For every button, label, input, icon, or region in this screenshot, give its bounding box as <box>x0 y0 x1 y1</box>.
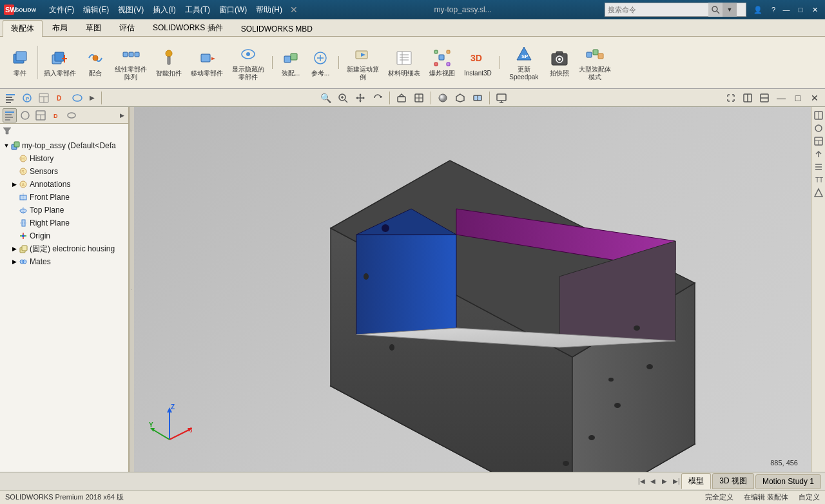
view-selector-btn[interactable] <box>394 90 409 106</box>
tab-sw-mbd[interactable]: SOLIDWORKS MBD <box>233 21 321 36</box>
feature-tree-btn[interactable] <box>3 108 17 122</box>
close-tab-button[interactable]: ✕ <box>290 5 298 15</box>
tab-evaluate[interactable]: 评估 <box>111 19 143 36</box>
tab-motion-study1[interactable]: Motion Study 1 <box>755 474 821 489</box>
minimize-button[interactable]: — <box>780 3 793 16</box>
more-panels-btn[interactable]: ▶ <box>86 92 98 104</box>
menu-tools[interactable]: 工具(T) <box>181 3 214 17</box>
zoom2-icon[interactable] <box>335 90 351 106</box>
ribbon-btn-mate[interactable]: 配合 <box>82 46 109 79</box>
right-icon-1[interactable] <box>813 110 824 121</box>
close-panel-btn[interactable]: ✕ <box>807 90 822 106</box>
right-icon-6[interactable]: TT <box>813 174 824 186</box>
orientation-btn[interactable] <box>411 90 427 106</box>
tab-sketch[interactable]: 草图 <box>77 19 110 36</box>
user-icon[interactable]: 👤 <box>752 3 764 16</box>
config-tree-btn[interactable] <box>34 108 48 122</box>
menu-file[interactable]: 文件(F) <box>45 3 78 17</box>
svg-text:P: P <box>26 96 30 102</box>
dim-xpert-btn[interactable]: D <box>53 90 68 106</box>
property-tree-btn[interactable] <box>18 108 32 122</box>
tree-item-right-plane[interactable]: ▶ Right Plane <box>0 217 128 229</box>
right-icon-7[interactable] <box>813 187 824 199</box>
help-icon[interactable]: ? <box>767 3 780 16</box>
ribbon-btn-motion[interactable]: 新建运动算例 <box>344 42 382 83</box>
tree-item-annotations[interactable]: ▶ A Annotations <box>0 178 128 191</box>
tree-item-history[interactable]: ▶ H History <box>0 152 128 165</box>
section-view-btn[interactable] <box>470 90 485 106</box>
maximize-button[interactable]: □ <box>794 3 807 16</box>
svg-text:D: D <box>57 95 61 102</box>
search-input[interactable] <box>605 6 708 14</box>
annotations-arrow[interactable]: ▶ <box>10 179 18 189</box>
ribbon-btn-explode[interactable]: 爆炸视图 <box>426 46 458 79</box>
tab-sw-plugins[interactable]: SOLIDWORKS 插件 <box>144 19 231 36</box>
ribbon-btn-snapshot[interactable]: 拍快照 <box>546 46 573 79</box>
tree-item-origin[interactable]: ▶ Origin <box>0 229 128 242</box>
3d-viewport[interactable]: Z X Y 885, 456 <box>134 107 811 472</box>
pan-icon[interactable] <box>353 90 368 106</box>
menu-help[interactable]: 帮助(H) <box>252 3 286 17</box>
panel-resize-handle[interactable] <box>129 107 134 472</box>
config-manager-btn[interactable] <box>36 90 52 106</box>
ribbon-btn-smart[interactable]: 智能扣件 <box>153 46 185 79</box>
ribbon-btn-bom[interactable]: 材料明细表 <box>385 46 423 79</box>
housing-arrow[interactable]: ▶ <box>10 244 18 254</box>
property-manager-btn[interactable]: P <box>19 90 35 106</box>
zoom-icon[interactable]: 🔍 <box>318 90 333 106</box>
ribbon-btn-speedpak[interactable]: SP 更新Speedpak <box>505 42 543 83</box>
tree-root-item[interactable]: ▼ my-top_assy (Default<Defa <box>0 139 128 152</box>
tab-scroll-left-btn[interactable]: |◀ <box>636 476 646 487</box>
menu-insert[interactable]: 插入(I) <box>149 3 179 17</box>
right-icon-3[interactable] <box>813 135 824 147</box>
split-view-btn[interactable] <box>740 90 755 106</box>
search-dropdown-button[interactable]: ▼ <box>723 3 737 17</box>
menu-edit[interactable]: 编辑(E) <box>79 3 113 17</box>
monitor-btn[interactable] <box>494 90 509 106</box>
tab-scroll-prev-btn[interactable]: ◀ <box>648 476 658 487</box>
ribbon-btn-ref[interactable]: 参考... <box>307 46 334 79</box>
customize-status[interactable]: 自定义 <box>799 492 820 502</box>
feature-manager-btn[interactable] <box>3 90 18 106</box>
tab-assembly[interactable]: 装配体 <box>3 20 43 37</box>
tree-item-top-plane[interactable]: ▶ Top Plane <box>0 204 128 217</box>
ribbon-btn-instant3d[interactable]: 3D Instant3D <box>461 46 495 79</box>
tab-layout[interactable]: 布局 <box>44 19 76 36</box>
menu-view[interactable]: 视图(V) <box>114 3 148 17</box>
display-manager-btn[interactable] <box>70 90 85 106</box>
tree-item-electronic-housing[interactable]: ▶ (固定) electronic housing <box>0 242 128 255</box>
tab-scroll-next-btn[interactable]: ▶ <box>659 476 670 487</box>
more-options-btn[interactable]: ▶ <box>119 111 126 120</box>
panel-view-btn[interactable] <box>757 90 772 106</box>
ribbon-btn-show[interactable]: 显示隐藏的零部件 <box>229 42 267 83</box>
root-expand-arrow[interactable]: ▼ <box>3 141 10 151</box>
display-mode-btn[interactable] <box>452 90 468 106</box>
tab-3dview[interactable]: 3D 视图 <box>712 473 754 489</box>
right-icon-4[interactable] <box>813 148 824 160</box>
tree-item-sensors[interactable]: ▶ S Sensors <box>0 165 128 178</box>
mates-arrow[interactable]: ▶ <box>10 257 18 267</box>
menu-window[interactable]: 窗口(W) <box>215 3 251 17</box>
display-tree-btn[interactable] <box>64 108 79 122</box>
ribbon-btn-insert[interactable]: 插入零部件 <box>41 46 79 79</box>
tab-model[interactable]: 模型 <box>681 473 711 489</box>
shading-btn[interactable] <box>435 90 451 106</box>
ribbon-btn-move[interactable]: 移动零部件 <box>188 46 226 79</box>
rotate-icon[interactable] <box>370 90 385 106</box>
close-button[interactable]: ✕ <box>808 3 821 16</box>
right-icon-5[interactable] <box>813 161 824 173</box>
tree-item-front-plane[interactable]: ▶ Front Plane <box>0 191 128 204</box>
ribbon-btn-large-asm[interactable]: 大型装配体模式 <box>576 42 614 83</box>
right-icon-2[interactable] <box>813 122 824 134</box>
ribbon-btn-asm[interactable]: 装配... <box>277 46 304 79</box>
ribbon-btn-part[interactable]: 零件 <box>6 46 34 79</box>
tree-item-mates[interactable]: ▶ Mates <box>0 255 128 268</box>
full-screen-btn[interactable] <box>723 90 739 106</box>
dim-xpert-tree-btn[interactable]: D <box>49 108 63 122</box>
restore-panel-btn[interactable]: □ <box>790 90 806 106</box>
svg-rect-34 <box>447 50 450 53</box>
minimize-panel-btn[interactable]: — <box>773 90 789 106</box>
search-button[interactable] <box>708 3 723 17</box>
ribbon-btn-array[interactable]: 线性零部件阵列 <box>112 42 150 83</box>
tab-scroll-right-btn[interactable]: ▶| <box>671 476 681 487</box>
